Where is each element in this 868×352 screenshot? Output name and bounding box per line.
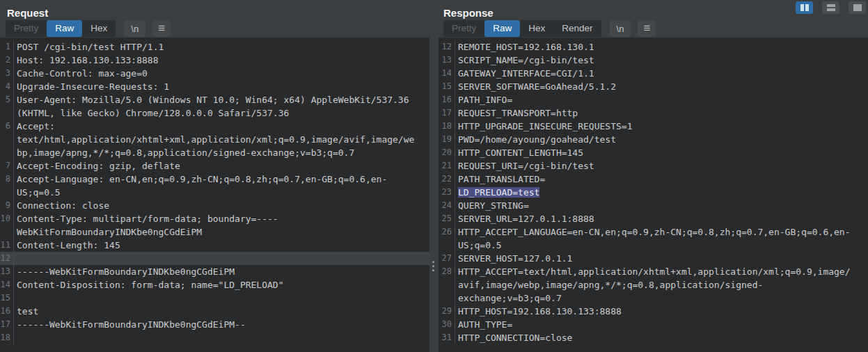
line-text: SERVER_SOFTWARE=GoAhead/5.1.2 — [455, 80, 853, 93]
square-icon — [853, 4, 862, 11]
request-view-tabs: PrettyRawHex — [6, 20, 116, 37]
editor-row[interactable]: 30AUTH_TYPE= — [439, 318, 868, 331]
tab-render[interactable]: Render — [553, 20, 601, 37]
request-pane: Request PrettyRawHex \n ≡ 1POST /cgi-bin… — [0, 0, 429, 352]
line-text: Content-Length: 145 — [14, 239, 418, 252]
response-editor[interactable]: 12REMOTE_HOST=192.168.130.113SCRIPT_NAME… — [439, 38, 868, 352]
line-number: 3 — [0, 67, 14, 80]
response-pane: Response PrettyRawHexRender \n ≡ 12REMOT… — [439, 0, 868, 352]
tab-raw[interactable]: Raw — [47, 20, 82, 37]
line-number: 23 — [439, 186, 455, 199]
editor-row[interactable]: 6Accept: text/html,application/xhtml+xml… — [0, 120, 429, 159]
line-number: 8 — [0, 173, 14, 199]
editor-row[interactable]: 24QUERY_STRING= — [439, 199, 868, 212]
line-text: SERVER_URL=127.0.1.1:8888 — [455, 212, 853, 225]
editor-row[interactable]: 20HTTP_CONTENT_LENGTH=145 — [439, 146, 868, 159]
line-text: SERVER_HOST=127.0.1.1 — [455, 252, 853, 265]
line-number: 18 — [439, 120, 455, 133]
divider-drag-handle[interactable] — [432, 261, 434, 271]
line-number: 16 — [0, 305, 14, 318]
tab-pretty[interactable]: Pretty — [443, 20, 484, 37]
line-text: GATEWAY_INTERFACE=CGI/1.1 — [455, 67, 853, 80]
editor-row[interactable]: 2Host: 192.168.130.133:8888 — [0, 54, 429, 67]
tab-hex[interactable]: Hex — [520, 20, 553, 37]
newline-toggle-button[interactable]: \n — [124, 20, 145, 37]
line-number: 16 — [439, 93, 455, 106]
line-number: 14 — [0, 278, 14, 291]
line-text: HTTP_HOST=192.168.130.133:8888 — [455, 305, 853, 318]
line-number: 29 — [439, 305, 455, 318]
editor-row[interactable]: 3Cache-Control: max-age=0 — [0, 67, 429, 80]
layout-side-by-side-button[interactable] — [796, 1, 813, 14]
line-number: 27 — [439, 252, 455, 265]
editor-menu-button[interactable]: ≡ — [152, 20, 171, 37]
editor-row[interactable]: 16PATH_INFO= — [439, 93, 868, 106]
editor-row[interactable]: 13------WebKitFormBoundaryINDKbe0ngCGdEi… — [0, 265, 429, 278]
line-number: 15 — [0, 291, 14, 305]
line-text: HTTP_CONNECTION=close — [455, 331, 853, 344]
line-text: ------WebKitFormBoundaryINDKbe0ngCGdEiPM — [14, 265, 418, 278]
editor-row[interactable]: 1POST /cgi-bin/test HTTP/1.1 — [0, 40, 429, 54]
editor-row[interactable]: 9Connection: close — [0, 199, 429, 212]
editor-row[interactable]: 21REQUEST_URI=/cgi-bin/test — [439, 159, 868, 173]
line-text: Accept-Encoding: gzip, deflate — [14, 159, 418, 173]
editor-row[interactable]: 18 — [0, 331, 429, 344]
line-text: LD_PRELOAD=test — [455, 186, 853, 199]
line-text: HTTP_ACCEPT_LANGUAGE=en-CN,en;q=0.9,zh-C… — [455, 225, 853, 252]
line-text: REQUEST_TRANSPORT=http — [455, 106, 853, 120]
editor-row[interactable]: 22PATH_TRANSLATED= — [439, 173, 868, 186]
editor-row[interactable]: 15 — [0, 291, 429, 305]
line-number: 2 — [0, 54, 14, 67]
request-pane-title: Request — [0, 0, 429, 17]
line-text: QUERY_STRING= — [455, 199, 853, 212]
editor-row[interactable]: 13SCRIPT_NAME=/cgi-bin/test — [439, 54, 868, 67]
editor-row[interactable]: 12REMOTE_HOST=192.168.130.1 — [439, 40, 868, 54]
editor-row[interactable]: 23LD_PRELOAD=test — [439, 186, 868, 199]
request-editor[interactable]: 1POST /cgi-bin/test HTTP/1.12Host: 192.1… — [0, 38, 429, 352]
newline-toggle-button[interactable]: \n — [610, 20, 631, 37]
line-text: ------WebKitFormBoundaryINDKbe0ngCGdEiPM… — [14, 318, 418, 331]
editor-row[interactable]: 25SERVER_URL=127.0.1.1:8888 — [439, 212, 868, 225]
editor-row[interactable]: 14GATEWAY_INTERFACE=CGI/1.1 — [439, 67, 868, 80]
line-number: 11 — [0, 239, 14, 252]
line-number: 5 — [0, 93, 14, 120]
editor-row[interactable]: 27SERVER_HOST=127.0.1.1 — [439, 252, 868, 265]
editor-row[interactable]: 5User-Agent: Mozilla/5.0 (Windows NT 10.… — [0, 93, 429, 120]
tab-raw[interactable]: Raw — [484, 20, 520, 37]
editor-row[interactable]: 10Content-Type: multipart/form-data; bou… — [0, 212, 429, 239]
layout-single-button[interactable] — [849, 1, 866, 14]
editor-cursor-row[interactable]: 12 — [0, 252, 429, 265]
editor-row[interactable]: 17------WebKitFormBoundaryINDKbe0ngCGdEi… — [0, 318, 429, 331]
editor-row[interactable]: 31HTTP_CONNECTION=close — [439, 331, 868, 344]
rows-icon — [827, 4, 835, 11]
line-text: Content-Type: multipart/form-data; bound… — [14, 212, 418, 239]
editor-menu-button[interactable]: ≡ — [638, 20, 656, 37]
editor-row[interactable]: 4Upgrade-Insecure-Requests: 1 — [0, 80, 429, 93]
editor-row[interactable]: 28HTTP_ACCEPT=text/html,application/xhtm… — [439, 265, 868, 305]
editor-row[interactable]: 26HTTP_ACCEPT_LANGUAGE=en-CN,en;q=0.9,zh… — [439, 225, 868, 252]
editor-row[interactable]: 11Content-Length: 145 — [0, 239, 429, 252]
line-text: Content-Disposition: form-data; name="LD… — [14, 278, 418, 291]
tab-pretty[interactable]: Pretty — [6, 20, 47, 37]
tab-hex[interactable]: Hex — [82, 20, 116, 37]
editor-row[interactable]: 16test — [0, 305, 429, 318]
line-number: 26 — [439, 225, 455, 252]
layout-stacked-button[interactable] — [822, 1, 839, 14]
editor-row[interactable]: 19PWD=/home/ayoung/goahead/test — [439, 133, 868, 146]
editor-row[interactable]: 15SERVER_SOFTWARE=GoAhead/5.1.2 — [439, 80, 868, 93]
columns-icon — [800, 4, 804, 11]
line-number: 17 — [439, 106, 455, 120]
editor-row[interactable]: 29HTTP_HOST=192.168.130.133:8888 — [439, 305, 868, 318]
editor-row[interactable]: 17REQUEST_TRANSPORT=http — [439, 106, 868, 120]
editor-row[interactable]: 18HTTP_UPGRADE_INSECURE_REQUESTS=1 — [439, 120, 868, 133]
menu-icon: ≡ — [158, 22, 165, 35]
request-tab-bar: PrettyRawHex \n ≡ — [0, 19, 429, 38]
editor-row[interactable]: 8Accept-Language: en-CN,en;q=0.9,zh-CN;q… — [0, 173, 429, 199]
line-number: 18 — [0, 331, 14, 344]
line-number: 17 — [0, 318, 14, 331]
editor-row[interactable]: 7Accept-Encoding: gzip, deflate — [0, 159, 429, 173]
editor-row[interactable]: 14Content-Disposition: form-data; name="… — [0, 278, 429, 291]
line-number: 13 — [0, 265, 14, 278]
line-number: 14 — [439, 67, 455, 80]
line-text: Upgrade-Insecure-Requests: 1 — [14, 80, 418, 93]
